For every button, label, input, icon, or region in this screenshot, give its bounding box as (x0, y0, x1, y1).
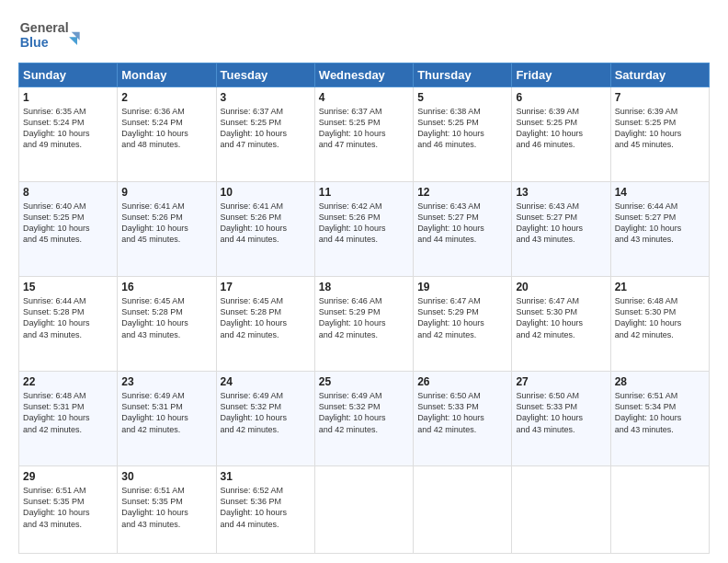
day-number: 9 (121, 186, 211, 199)
day-number: 30 (121, 470, 211, 483)
day-info: Sunrise: 6:43 AM Sunset: 5:27 PM Dayligh… (516, 201, 606, 246)
day-number: 25 (319, 375, 409, 388)
weekday-header-friday: Friday (512, 63, 610, 87)
day-info: Sunrise: 6:50 AM Sunset: 5:33 PM Dayligh… (516, 390, 606, 435)
calendar-cell: 18Sunrise: 6:46 AM Sunset: 5:29 PM Dayli… (314, 277, 413, 372)
day-number: 26 (417, 375, 507, 388)
calendar-cell: 9Sunrise: 6:41 AM Sunset: 5:26 PM Daylig… (118, 182, 216, 277)
calendar-cell: 16Sunrise: 6:45 AM Sunset: 5:28 PM Dayli… (118, 277, 216, 372)
weekday-header-monday: Monday (118, 63, 216, 87)
day-info: Sunrise: 6:41 AM Sunset: 5:26 PM Dayligh… (221, 201, 311, 246)
day-info: Sunrise: 6:37 AM Sunset: 5:25 PM Dayligh… (221, 106, 311, 151)
calendar-cell: 13Sunrise: 6:43 AM Sunset: 5:27 PM Dayli… (512, 182, 610, 277)
day-number: 3 (221, 91, 311, 104)
day-number: 31 (221, 470, 311, 483)
calendar-cell: 2Sunrise: 6:36 AM Sunset: 5:24 PM Daylig… (118, 87, 216, 182)
day-info: Sunrise: 6:49 AM Sunset: 5:31 PM Dayligh… (121, 390, 211, 435)
calendar-cell: 11Sunrise: 6:42 AM Sunset: 5:26 PM Dayli… (314, 182, 413, 277)
calendar-cell: 10Sunrise: 6:41 AM Sunset: 5:26 PM Dayli… (216, 182, 314, 277)
calendar-cell: 1Sunrise: 6:35 AM Sunset: 5:24 PM Daylig… (19, 87, 118, 182)
calendar-cell: 7Sunrise: 6:39 AM Sunset: 5:25 PM Daylig… (610, 87, 709, 182)
calendar-cell: 24Sunrise: 6:49 AM Sunset: 5:32 PM Dayli… (216, 372, 314, 466)
day-info: Sunrise: 6:35 AM Sunset: 5:24 PM Dayligh… (23, 106, 113, 151)
calendar-cell: 28Sunrise: 6:51 AM Sunset: 5:34 PM Dayli… (610, 372, 709, 466)
page: General Blue SundayMondayTuesdayWednesda… (0, 0, 728, 563)
calendar-week-1: 1Sunrise: 6:35 AM Sunset: 5:24 PM Daylig… (19, 87, 710, 182)
calendar-week-3: 15Sunrise: 6:44 AM Sunset: 5:28 PM Dayli… (19, 277, 710, 372)
day-info: Sunrise: 6:49 AM Sunset: 5:32 PM Dayligh… (319, 390, 409, 435)
day-info: Sunrise: 6:44 AM Sunset: 5:28 PM Dayligh… (23, 295, 113, 340)
day-number: 20 (516, 281, 606, 293)
weekday-header-saturday: Saturday (610, 63, 709, 87)
day-info: Sunrise: 6:47 AM Sunset: 5:30 PM Dayligh… (516, 295, 606, 340)
day-info: Sunrise: 6:38 AM Sunset: 5:25 PM Dayligh… (417, 106, 507, 151)
day-number: 5 (417, 91, 507, 104)
calendar-cell: 25Sunrise: 6:49 AM Sunset: 5:32 PM Dayli… (314, 372, 413, 466)
day-number: 13 (516, 186, 606, 199)
day-number: 1 (23, 91, 113, 104)
calendar-week-4: 22Sunrise: 6:48 AM Sunset: 5:31 PM Dayli… (19, 372, 710, 466)
day-number: 4 (319, 91, 409, 104)
day-info: Sunrise: 6:36 AM Sunset: 5:24 PM Dayligh… (121, 106, 211, 151)
day-info: Sunrise: 6:46 AM Sunset: 5:29 PM Dayligh… (319, 295, 409, 340)
logo: General Blue (18, 14, 92, 55)
day-number: 18 (319, 281, 409, 293)
day-info: Sunrise: 6:39 AM Sunset: 5:25 PM Dayligh… (615, 106, 705, 151)
svg-marker-2 (69, 37, 77, 45)
day-number: 8 (23, 186, 113, 199)
weekday-header-wednesday: Wednesday (314, 63, 413, 87)
calendar-cell: 15Sunrise: 6:44 AM Sunset: 5:28 PM Dayli… (19, 277, 118, 372)
day-number: 24 (221, 375, 311, 388)
weekday-header-sunday: Sunday (19, 63, 118, 87)
day-info: Sunrise: 6:44 AM Sunset: 5:27 PM Dayligh… (615, 201, 705, 246)
day-number: 17 (221, 281, 311, 293)
calendar-cell: 3Sunrise: 6:37 AM Sunset: 5:25 PM Daylig… (216, 87, 314, 182)
day-number: 21 (615, 281, 705, 293)
day-number: 7 (615, 91, 705, 104)
calendar-cell: 14Sunrise: 6:44 AM Sunset: 5:27 PM Dayli… (610, 182, 709, 277)
day-info: Sunrise: 6:51 AM Sunset: 5:34 PM Dayligh… (615, 390, 705, 435)
day-number: 28 (615, 375, 705, 388)
calendar-cell: 6Sunrise: 6:39 AM Sunset: 5:25 PM Daylig… (512, 87, 610, 182)
day-info: Sunrise: 6:42 AM Sunset: 5:26 PM Dayligh… (319, 201, 409, 246)
calendar-cell: 4Sunrise: 6:37 AM Sunset: 5:25 PM Daylig… (314, 87, 413, 182)
calendar-cell (610, 466, 709, 554)
calendar-cell: 30Sunrise: 6:51 AM Sunset: 5:35 PM Dayli… (118, 466, 216, 554)
day-info: Sunrise: 6:50 AM Sunset: 5:33 PM Dayligh… (417, 390, 507, 435)
day-number: 27 (516, 375, 606, 388)
calendar-cell: 17Sunrise: 6:45 AM Sunset: 5:28 PM Dayli… (216, 277, 314, 372)
day-number: 10 (221, 186, 311, 199)
day-info: Sunrise: 6:43 AM Sunset: 5:27 PM Dayligh… (417, 201, 507, 246)
calendar-cell: 27Sunrise: 6:50 AM Sunset: 5:33 PM Dayli… (512, 372, 610, 466)
weekday-header-tuesday: Tuesday (216, 63, 314, 87)
day-number: 6 (516, 91, 606, 104)
header: General Blue (18, 14, 710, 55)
calendar-cell: 8Sunrise: 6:40 AM Sunset: 5:25 PM Daylig… (19, 182, 118, 277)
calendar-cell: 29Sunrise: 6:51 AM Sunset: 5:35 PM Dayli… (19, 466, 118, 554)
day-number: 14 (615, 186, 705, 199)
calendar-cell: 19Sunrise: 6:47 AM Sunset: 5:29 PM Dayli… (414, 277, 512, 372)
weekday-header-thursday: Thursday (414, 63, 512, 87)
day-info: Sunrise: 6:39 AM Sunset: 5:25 PM Dayligh… (516, 106, 606, 151)
day-number: 19 (417, 281, 507, 293)
calendar-cell (314, 466, 413, 554)
day-number: 11 (319, 186, 409, 199)
svg-text:General: General (20, 20, 69, 35)
day-number: 12 (417, 186, 507, 199)
day-number: 22 (23, 375, 113, 388)
day-info: Sunrise: 6:48 AM Sunset: 5:31 PM Dayligh… (23, 390, 113, 435)
day-info: Sunrise: 6:47 AM Sunset: 5:29 PM Dayligh… (417, 295, 507, 340)
day-number: 23 (121, 375, 211, 388)
calendar-cell (512, 466, 610, 554)
day-info: Sunrise: 6:48 AM Sunset: 5:30 PM Dayligh… (615, 295, 705, 340)
svg-text:Blue: Blue (20, 35, 49, 50)
day-number: 29 (23, 470, 113, 483)
day-info: Sunrise: 6:40 AM Sunset: 5:25 PM Dayligh… (23, 201, 113, 246)
logo-svg: General Blue (18, 14, 92, 55)
calendar-cell: 26Sunrise: 6:50 AM Sunset: 5:33 PM Dayli… (414, 372, 512, 466)
day-info: Sunrise: 6:51 AM Sunset: 5:35 PM Dayligh… (23, 485, 113, 530)
day-info: Sunrise: 6:37 AM Sunset: 5:25 PM Dayligh… (319, 106, 409, 151)
day-info: Sunrise: 6:51 AM Sunset: 5:35 PM Dayligh… (121, 485, 211, 530)
calendar-cell: 21Sunrise: 6:48 AM Sunset: 5:30 PM Dayli… (610, 277, 709, 372)
calendar-week-5: 29Sunrise: 6:51 AM Sunset: 5:35 PM Dayli… (19, 466, 710, 554)
